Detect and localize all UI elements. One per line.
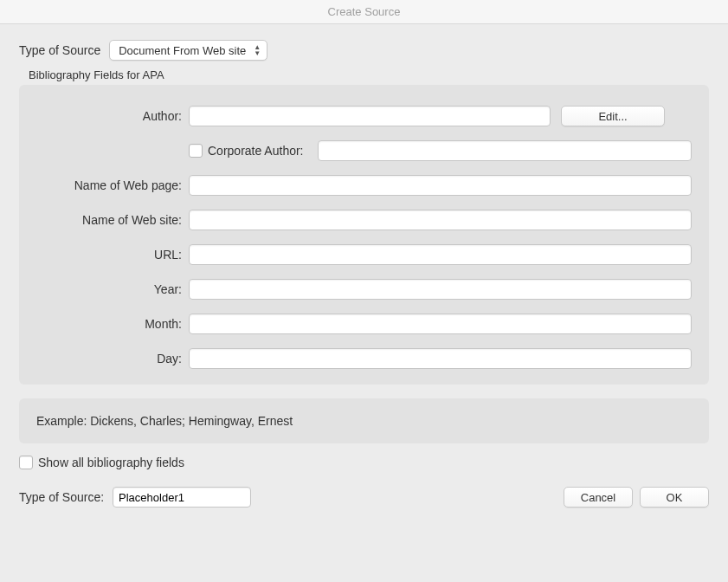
url-input[interactable]: [189, 244, 692, 265]
show-all-label: Show all bibliography fields: [38, 456, 184, 469]
website-input[interactable]: [189, 210, 692, 230]
window-title: Create Source: [0, 0, 728, 24]
url-label: URL:: [36, 248, 189, 262]
webpage-input[interactable]: [189, 175, 692, 196]
show-all-checkbox[interactable]: [19, 456, 33, 469]
corporate-author-label: Corporate Author:: [208, 144, 304, 158]
cancel-button[interactable]: Cancel: [564, 487, 633, 508]
ok-button[interactable]: OK: [640, 487, 709, 508]
website-label: Name of Web site:: [36, 213, 189, 227]
webpage-label: Name of Web page:: [36, 178, 189, 192]
bibliography-fieldset: Bibliography Fields for APA Author: Edit…: [19, 85, 709, 385]
day-label: Day:: [36, 352, 189, 365]
type-of-source-label: Type of Source: [19, 43, 100, 57]
month-input[interactable]: [189, 314, 692, 334]
fieldset-legend: Bibliography Fields for APA: [26, 68, 167, 81]
updown-icon: ▲▼: [253, 42, 261, 58]
footer-type-label: Type of Source:: [19, 490, 104, 504]
month-label: Month:: [36, 317, 189, 331]
type-of-source-value: Document From Web site: [119, 44, 246, 57]
author-input[interactable]: [189, 106, 551, 126]
edit-author-button[interactable]: Edit...: [561, 106, 665, 126]
corporate-author-input[interactable]: [318, 140, 692, 161]
tag-name-input[interactable]: [113, 487, 251, 508]
author-label: Author:: [36, 109, 189, 123]
day-input[interactable]: [189, 348, 692, 369]
year-input[interactable]: [189, 279, 692, 300]
corporate-author-checkbox[interactable]: [189, 144, 203, 158]
example-text: Example: Dickens, Charles; Hemingway, Er…: [19, 398, 709, 443]
year-label: Year:: [36, 282, 189, 296]
type-of-source-select[interactable]: Document From Web site ▲▼: [109, 40, 267, 61]
